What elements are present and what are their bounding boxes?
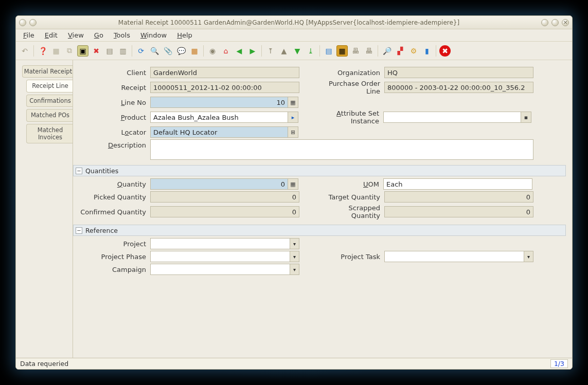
- section-reference: − Reference: [73, 225, 566, 236]
- locator-button[interactable]: ⊞: [288, 126, 298, 138]
- field-locator[interactable]: Default HQ Locator: [150, 126, 288, 138]
- form-panel: Client GardenWorld Organization HQ Recei…: [73, 60, 572, 358]
- chat-icon[interactable]: 💬: [175, 45, 187, 57]
- product-lookup-button[interactable]: ▸: [288, 112, 298, 123]
- campaign-dropdown-button[interactable]: ▾: [290, 264, 299, 274]
- attachment-icon[interactable]: 📎: [162, 45, 173, 57]
- combo-campaign[interactable]: ▾: [150, 264, 299, 275]
- label-quantity: Quantity: [73, 180, 150, 188]
- process-icon[interactable]: ▞: [395, 45, 406, 57]
- label-product: Product: [73, 114, 150, 121]
- label-scrapped-qty: Scrapped Quantity: [320, 204, 384, 219]
- label-uom: UOM: [319, 180, 383, 188]
- report-icon[interactable]: ▤: [323, 45, 334, 57]
- tab-receipt-line[interactable]: Receipt Line: [26, 80, 74, 92]
- combo-project[interactable]: ▾: [150, 238, 299, 249]
- save-icon[interactable]: ▣: [77, 45, 88, 57]
- field-quantity[interactable]: 0: [150, 178, 288, 190]
- label-receipt: Receipt: [73, 84, 150, 91]
- multi-icon[interactable]: ▥: [117, 45, 129, 57]
- label-campaign: Campaign: [73, 266, 150, 273]
- first-icon[interactable]: ⤒: [265, 45, 276, 57]
- tab-confirmations[interactable]: Confirmations: [26, 95, 74, 107]
- tab-material-receipt[interactable]: Material Receipt: [22, 65, 74, 78]
- field-client: GardenWorld: [150, 67, 299, 78]
- maximize-button[interactable]: [551, 19, 559, 26]
- quantity-calc-button[interactable]: ▦: [288, 178, 298, 190]
- menu-file[interactable]: File: [18, 30, 40, 40]
- menubar: File Edit View Go Tools Window Help: [16, 29, 572, 42]
- print2-icon[interactable]: 🖶: [363, 45, 375, 57]
- field-scrapped-qty: 0: [384, 206, 533, 217]
- label-locator: Locator: [73, 129, 150, 136]
- tab-column: Material Receipt Receipt Line Confirmati…: [16, 60, 73, 358]
- new-icon[interactable]: ▦: [50, 45, 62, 57]
- quantities-collapse-button[interactable]: −: [76, 168, 82, 174]
- field-uom[interactable]: Each: [383, 178, 532, 190]
- attr-set-button[interactable]: ▪: [521, 112, 531, 123]
- undo-icon[interactable]: ↶: [19, 45, 30, 57]
- field-target-qty: 0: [384, 191, 533, 203]
- combo-project-task[interactable]: ▾: [384, 251, 533, 262]
- reference-collapse-button[interactable]: −: [76, 227, 82, 234]
- window-title: Material Receipt 10000511 GardenAdmin@Ga…: [37, 19, 541, 26]
- field-attr-set[interactable]: [383, 112, 521, 123]
- product-icon[interactable]: ▮: [421, 45, 433, 57]
- field-receipt: 10000511_2012-11-02 00:00:00: [150, 82, 299, 93]
- project-dropdown-button[interactable]: ▾: [290, 239, 299, 249]
- toolbar: ↶ ❓ ▦ ⧉ ▣ ✖ ▤ ▥ ⟳ 🔍 📎 💬 ▦ ◉ ⌂ ◀ ▶ ⤒ ▲ ▼ …: [16, 42, 572, 60]
- help-icon[interactable]: ❓: [37, 45, 48, 57]
- exit-icon[interactable]: ✖: [439, 45, 451, 57]
- label-attr-set: Attribute Set Instance: [319, 109, 383, 125]
- copy-icon[interactable]: ⧉: [64, 45, 75, 57]
- field-po-line: 800000 - 2003-01-22 00:00:00_10_356.2: [384, 82, 533, 93]
- history-back-icon[interactable]: ◉: [207, 45, 218, 57]
- section-reference-label: Reference: [85, 227, 118, 234]
- menu-tools[interactable]: Tools: [109, 30, 135, 40]
- search-icon[interactable]: 🔍: [149, 45, 160, 57]
- next-icon[interactable]: ▶: [247, 45, 258, 57]
- menu-edit[interactable]: Edit: [40, 30, 63, 40]
- app-window: Material Receipt 10000511 GardenAdmin@Ga…: [15, 15, 573, 370]
- label-po-line: Purchase Order Line: [320, 80, 384, 95]
- tab-matched-pos[interactable]: Matched POs: [26, 109, 74, 121]
- label-target-qty: Target Quantity: [320, 193, 384, 201]
- menu-window[interactable]: Window: [135, 30, 172, 40]
- label-picked-qty: Picked Quantity: [73, 193, 150, 201]
- close-button[interactable]: [562, 19, 569, 26]
- label-organization: Organization: [320, 69, 384, 77]
- zoom-icon[interactable]: 🔎: [381, 45, 393, 57]
- project-phase-dropdown-button[interactable]: ▾: [290, 251, 299, 262]
- menu-help[interactable]: Help: [172, 30, 198, 40]
- record-pager[interactable]: 1/3: [550, 359, 568, 368]
- menu-view[interactable]: View: [63, 30, 89, 40]
- field-line-no[interactable]: 10: [150, 97, 288, 108]
- down-icon[interactable]: ▼: [292, 45, 303, 57]
- line-no-calc-button[interactable]: ▦: [288, 97, 298, 108]
- field-product[interactable]: Azalea Bush_Azalea Bush: [150, 112, 288, 123]
- save-all-icon[interactable]: ▤: [104, 45, 115, 57]
- window-menu-button[interactable]: [19, 19, 26, 26]
- field-organization: HQ: [384, 67, 533, 78]
- titlebar: Material Receipt 10000511 GardenAdmin@Ga…: [16, 16, 572, 29]
- up-icon[interactable]: ▲: [278, 45, 290, 57]
- delete-icon[interactable]: ✖: [91, 45, 102, 57]
- tab-matched-invoices[interactable]: Matched Invoices: [26, 124, 74, 144]
- grid-icon[interactable]: ▦: [189, 45, 200, 57]
- window-shade-button[interactable]: [29, 19, 37, 26]
- prev-icon[interactable]: ◀: [234, 45, 245, 57]
- menu-go[interactable]: Go: [89, 30, 109, 40]
- minimize-button[interactable]: [541, 19, 548, 26]
- label-project-task: Project Task: [320, 253, 384, 261]
- combo-project-phase[interactable]: ▾: [150, 251, 299, 262]
- label-line-no: Line No: [73, 99, 150, 106]
- field-description[interactable]: [150, 139, 533, 160]
- archive-icon[interactable]: ▦: [336, 45, 348, 57]
- workflow-icon[interactable]: ⚙: [408, 45, 419, 57]
- home-icon[interactable]: ⌂: [220, 45, 231, 57]
- project-task-dropdown-button[interactable]: ▾: [524, 251, 533, 262]
- statusbar: Data requeried 1/3: [16, 358, 572, 369]
- refresh-icon[interactable]: ⟳: [135, 45, 147, 57]
- print-icon[interactable]: 🖶: [350, 45, 361, 57]
- last-icon[interactable]: ⤓: [305, 45, 316, 57]
